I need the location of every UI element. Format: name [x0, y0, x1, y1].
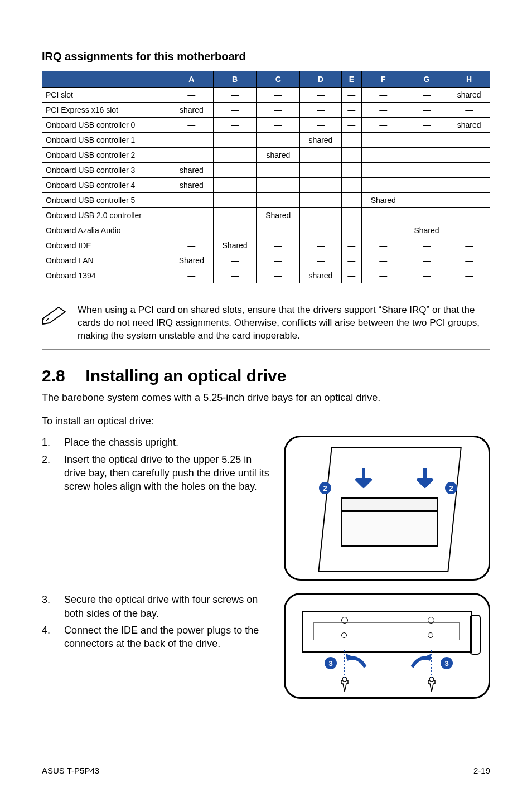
col-E: E	[341, 71, 361, 88]
table-row: Onboard USB controller 1———shared————	[42, 133, 490, 148]
table-cell: —	[361, 133, 405, 148]
table-cell: —	[300, 253, 342, 268]
step-2: 2.Insert the optical drive to the upper …	[42, 453, 273, 494]
table-cell: —	[405, 88, 448, 103]
intro-text-1: The barebone system comes with a 5.25-in…	[42, 391, 490, 404]
row-label: Onboard LAN	[42, 253, 170, 268]
row-label: Onboard 1394	[42, 268, 170, 283]
table-cell: —	[405, 268, 448, 283]
table-cell: —	[361, 103, 405, 118]
footer-right: 2-19	[473, 766, 490, 775]
table-cell: —	[257, 253, 300, 268]
table-cell: —	[341, 193, 361, 208]
table-cell: —	[213, 223, 257, 238]
row-label: Onboard IDE	[42, 238, 170, 253]
table-cell: —	[213, 118, 257, 133]
table-cell: —	[361, 238, 405, 253]
screw-icon	[339, 677, 350, 694]
curve-arrow-icon	[346, 654, 368, 670]
table-cell: shared	[448, 118, 490, 133]
table-cell: —	[213, 103, 257, 118]
table-cell: —	[405, 208, 448, 223]
table-cell: shared	[448, 88, 490, 103]
table-cell: —	[300, 103, 342, 118]
table-row: Onboard USB 2.0 controller——Shared—————	[42, 208, 490, 223]
table-cell: —	[341, 253, 361, 268]
arrow-down-icon	[414, 467, 436, 493]
section-number: 2.8	[42, 366, 81, 385]
table-cell: —	[170, 268, 214, 283]
table-row: Onboard Azalia Audio——————Shared—	[42, 223, 490, 238]
table-row: Onboard LANShared———————	[42, 253, 490, 268]
diagram-insert-drive: 2 2	[284, 436, 490, 581]
row-label: Onboard USB controller 4	[42, 178, 170, 193]
table-cell: —	[300, 208, 342, 223]
table-row: Onboard USB controller 3shared———————	[42, 163, 490, 178]
table-cell: —	[448, 103, 490, 118]
intro-text-2: To install an optical drive:	[42, 414, 490, 428]
table-cell: —	[361, 208, 405, 223]
table-cell: —	[300, 223, 342, 238]
table-cell: —	[300, 148, 342, 163]
table-cell: —	[257, 133, 300, 148]
section-title-text: Installing an optical drive	[85, 366, 286, 385]
table-cell: —	[341, 88, 361, 103]
table-cell: shared	[257, 148, 300, 163]
table-cell: —	[341, 268, 361, 283]
table-cell: shared	[170, 103, 214, 118]
irq-table: A B C D E F G H PCI slot———————sharedPCI…	[42, 71, 490, 283]
col-C: C	[257, 71, 300, 88]
table-cell: —	[361, 268, 405, 283]
table-cell: —	[405, 193, 448, 208]
table-row: PCI Express x16 slotshared———————	[42, 103, 490, 118]
row-label: Onboard USB 2.0 controller	[42, 208, 170, 223]
table-cell: —	[300, 238, 342, 253]
table-cell: —	[405, 238, 448, 253]
table-cell: —	[448, 148, 490, 163]
table-cell: —	[170, 223, 214, 238]
table-cell: shared	[170, 163, 214, 178]
table-cell: —	[257, 163, 300, 178]
table-row: Onboard USB controller 2——shared—————	[42, 148, 490, 163]
table-cell: —	[361, 178, 405, 193]
table-row: Onboard 1394———shared————	[42, 268, 490, 283]
row-label: Onboard USB controller 0	[42, 118, 170, 133]
table-cell: —	[257, 88, 300, 103]
table-cell: —	[405, 163, 448, 178]
table-cell: Shared	[213, 238, 257, 253]
table-cell: —	[361, 223, 405, 238]
table-cell: —	[300, 178, 342, 193]
table-cell: —	[341, 103, 361, 118]
table-cell: —	[213, 133, 257, 148]
table-cell: —	[361, 118, 405, 133]
footer-left: ASUS T-P5P43	[42, 766, 99, 775]
table-cell: —	[341, 118, 361, 133]
table-cell: —	[405, 118, 448, 133]
table-cell: —	[257, 193, 300, 208]
row-label: PCI Express x16 slot	[42, 103, 170, 118]
table-cell: —	[361, 88, 405, 103]
table-cell: —	[341, 223, 361, 238]
table-cell: —	[405, 178, 448, 193]
table-cell: —	[341, 238, 361, 253]
step-3: 3.Secure the optical drive with four scr…	[42, 593, 273, 620]
table-cell: —	[448, 253, 490, 268]
curve-arrow-icon	[409, 654, 432, 670]
note-pencil-icon	[42, 306, 66, 329]
table-cell: —	[170, 88, 214, 103]
table-cell: —	[213, 208, 257, 223]
step-4: 4.Connect the IDE and the power plugs to…	[42, 624, 273, 651]
table-cell: —	[257, 268, 300, 283]
table-cell: shared	[300, 133, 342, 148]
table-cell: shared	[170, 178, 214, 193]
table-cell: Shared	[257, 208, 300, 223]
col-G: G	[405, 71, 448, 88]
table-row: Onboard USB controller 4shared———————	[42, 178, 490, 193]
table-cell: —	[257, 178, 300, 193]
table-cell: —	[300, 193, 342, 208]
callout-3-right: 3	[441, 657, 453, 669]
screw-icon	[426, 677, 437, 694]
table-cell: —	[405, 148, 448, 163]
table-row: Onboard USB controller 5—————Shared——	[42, 193, 490, 208]
col-A: A	[170, 71, 214, 88]
